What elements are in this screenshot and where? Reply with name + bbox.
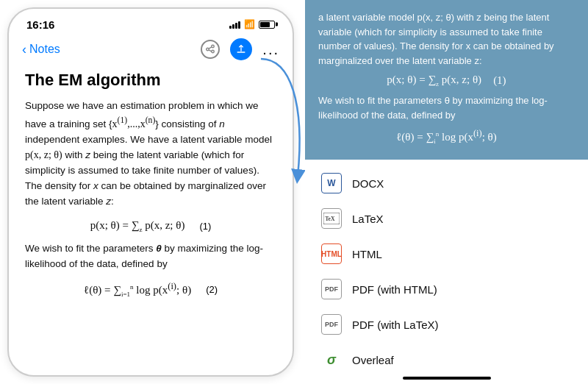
eq1-number: (1) (199, 219, 211, 234)
svg-text:TeX: TeX (325, 216, 335, 222)
docx-label: DOCX (352, 177, 384, 190)
menu-item-pdf-html[interactable]: PDF PDF (with HTML) (305, 271, 588, 307)
pdf-latex-icon: PDF (321, 314, 342, 335)
back-chevron-icon: ‹ (22, 42, 26, 57)
eq2-formula: ℓ(θ) = ∑i=1n log p(x(i); θ) (84, 280, 191, 300)
article-title: The EM algorithm (25, 71, 276, 90)
math-p: p(x, z; θ) (25, 149, 62, 160)
overleaf-icon: σ (321, 349, 342, 370)
paragraph-2: We wish to fit the parameters θ by maxim… (25, 241, 276, 272)
wifi-icon: 📶 (244, 19, 255, 29)
right-panel: a latent variable model p(x, z; θ) with … (305, 0, 588, 384)
highlight-eq2-formula: ℓ(θ) = ∑in log p(x(i); θ) (396, 128, 497, 145)
highlight-eq1: p(x; θ) = ∑z p(x, z; θ) (1) (318, 74, 575, 88)
highlight-text-1: a latent variable model p(x, z; θ) with … (318, 10, 575, 68)
svg-line-0 (209, 50, 212, 51)
back-label: Notes (29, 43, 60, 56)
share-outline-icon (205, 44, 215, 54)
eq1-formula: p(x; θ) = ∑z p(x, z; θ) (90, 217, 185, 235)
highlight-text-2: We wish to fit the parameters θ by maxim… (318, 93, 575, 122)
html-label: HTML (352, 248, 382, 260)
nav-bar: ‹ Notes ... (9, 35, 293, 65)
export-button[interactable] (230, 38, 252, 60)
eq2-number: (2) (206, 282, 218, 297)
highlight-eq2: ℓ(θ) = ∑in log p(x(i); θ) (318, 128, 575, 145)
status-icons: 📶 (229, 19, 275, 29)
pdf-html-icon: PDF (321, 279, 342, 299)
highlight-area: a latent variable model p(x, z; θ) with … (305, 0, 588, 160)
export-menu: W DOCX TeX LaTeX HTML HTML PDF PDF (with… (305, 160, 588, 383)
latex-icon: TeX (321, 208, 342, 229)
docx-icon: W (321, 173, 342, 193)
equation-1: p(x; θ) = ∑z p(x, z; θ) (1) (25, 217, 276, 235)
equation-2: ℓ(θ) = ∑i=1n log p(x(i); θ) (2) (25, 280, 276, 300)
menu-item-docx[interactable]: W DOCX (305, 166, 588, 201)
phone-frame: 16:16 📶 ‹ Notes (7, 7, 294, 377)
highlight-eq1-num: (1) (493, 74, 506, 87)
content-area: The EM algorithm Suppose we have an esti… (9, 65, 293, 377)
nav-actions: ... (201, 38, 279, 60)
status-bar: 16:16 📶 (9, 9, 293, 35)
math-set: x(1),...,x(n) (112, 118, 156, 129)
overleaf-label: Overleaf (352, 354, 394, 366)
pdf-html-label: PDF (with HTML) (352, 283, 437, 296)
pdf-latex-label: PDF (with LaTeX) (352, 319, 439, 331)
article-body: Suppose we have an estimation problem in… (25, 99, 276, 300)
svg-line-1 (209, 47, 212, 49)
html-icon: HTML (321, 243, 342, 264)
menu-item-latex[interactable]: TeX LaTeX (305, 201, 588, 236)
share-outline-button[interactable] (201, 40, 220, 59)
back-button[interactable]: ‹ Notes (22, 42, 60, 57)
latex-label: LaTeX (352, 213, 384, 225)
bottom-bar (403, 377, 491, 380)
upload-icon (235, 43, 247, 55)
paragraph-1: Suppose we have an estimation problem in… (25, 99, 276, 210)
menu-item-overleaf[interactable]: σ Overleaf (305, 342, 588, 377)
menu-item-html[interactable]: HTML HTML (305, 236, 588, 271)
signal-icon (229, 20, 240, 29)
status-time: 16:16 (26, 18, 54, 31)
highlight-eq1-formula: p(x; θ) = ∑z p(x, z; θ) (387, 74, 481, 88)
battery-icon (259, 21, 275, 29)
menu-item-pdf-latex[interactable]: PDF PDF (with LaTeX) (305, 307, 588, 342)
latex-svg-icon: TeX (323, 213, 340, 224)
more-options-button[interactable]: ... (262, 41, 279, 58)
